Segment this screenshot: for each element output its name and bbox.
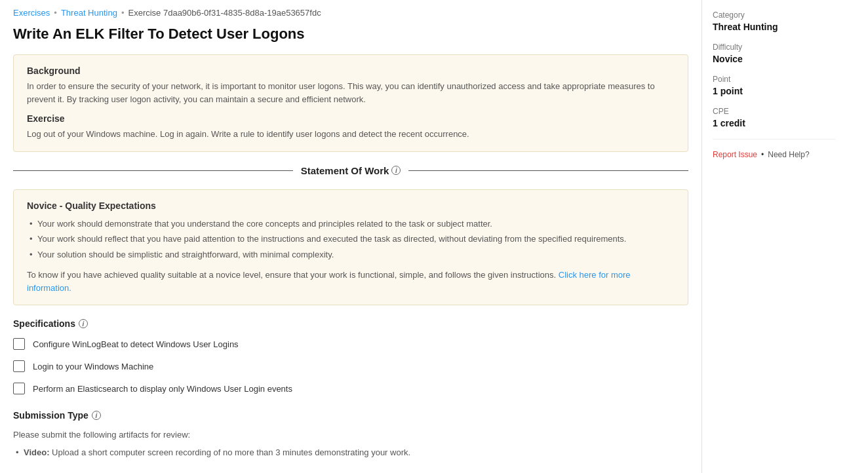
breadcrumb-sep-1: •: [54, 8, 57, 18]
sow-divider: Statement Of Work i: [13, 165, 688, 176]
submission-info-icon[interactable]: i: [92, 411, 101, 420]
page-title: Write An ELK Filter To Detect User Logon…: [13, 26, 688, 43]
quality-box: Novice - Quality Expectations Your work …: [13, 189, 688, 306]
sidebar-point-label: Point: [713, 75, 835, 84]
sidebar-point-row: Point 1 point: [713, 75, 835, 96]
submission-heading-text: Submission Type: [13, 410, 89, 421]
background-heading: Background: [27, 66, 675, 76]
sidebar-cpe-row: CPE 1 credit: [713, 107, 835, 128]
spec-label-1: Configure WinLogBeat to detect Windows U…: [33, 339, 239, 349]
spec-label-2: Login to your Windows Machine: [33, 362, 153, 371]
exercise-text: Log out of your Windows machine. Log in …: [27, 128, 675, 141]
spec-item-1: Configure WinLogBeat to detect Windows U…: [13, 338, 688, 350]
exercise-section: Exercise Log out of your Windows machine…: [27, 113, 675, 141]
submission-description: Please submit the following artifacts fo…: [13, 430, 688, 440]
sidebar-cpe-label: CPE: [713, 107, 835, 116]
specifications-section: Specifications i Configure WinLogBeat to…: [13, 318, 688, 394]
sidebar-difficulty-value: Novice: [713, 54, 835, 64]
submission-item-1-bold: Video:: [24, 447, 50, 457]
breadcrumb: Exercises • Threat Hunting • Exercise 7d…: [13, 8, 688, 18]
background-section: Background In order to ensure the securi…: [27, 66, 675, 105]
sidebar-category-label: Category: [713, 10, 835, 20]
spec-item-3: Perform an Elasticsearch to display only…: [13, 383, 688, 394]
quality-footer: To know if you have achieved quality sui…: [27, 269, 675, 294]
sidebar-category-row: Category Threat Hunting: [713, 10, 835, 32]
spec-checkbox-3[interactable]: [13, 383, 25, 394]
report-issue-link[interactable]: Report Issue: [713, 150, 757, 159]
spec-label-3: Perform an Elasticsearch to display only…: [33, 384, 292, 394]
exercise-heading: Exercise: [27, 113, 675, 124]
submission-section: Submission Type i Please submit the foll…: [13, 410, 688, 459]
need-help-link[interactable]: Need Help?: [768, 150, 809, 159]
sidebar-divider: [713, 139, 835, 140]
submission-item-1-text: Upload a short computer screen recording…: [50, 447, 411, 457]
sow-info-icon[interactable]: i: [391, 166, 401, 175]
breadcrumb-sep-2: •: [121, 8, 125, 18]
specifications-heading: Specifications i: [13, 318, 688, 329]
sidebar-point-value: 1 point: [713, 86, 835, 96]
submission-heading: Submission Type i: [13, 410, 688, 421]
sidebar-footer: Report Issue • Need Help?: [713, 150, 835, 159]
specifications-info-icon[interactable]: i: [79, 319, 88, 328]
breadcrumb-exercise-id: Exercise 7daa90b6-0f31-4835-8d8a-19ae536…: [128, 8, 321, 18]
background-text: In order to ensure the security of your …: [27, 80, 675, 105]
quality-footer-text: To know if you have achieved quality sui…: [27, 270, 556, 280]
main-content: Exercises • Threat Hunting • Exercise 7d…: [0, 0, 701, 473]
sow-line-left: [13, 170, 293, 171]
quality-item-1: Your work should demonstrate that you un…: [27, 218, 675, 231]
sidebar-difficulty-row: Difficulty Novice: [713, 43, 835, 64]
spec-checkbox-1[interactable]: [13, 338, 25, 350]
sidebar-cpe-value: 1 credit: [713, 118, 835, 128]
sidebar-difficulty-label: Difficulty: [713, 43, 835, 52]
quality-heading: Novice - Quality Expectations: [27, 200, 675, 211]
breadcrumb-threat-hunting[interactable]: Threat Hunting: [61, 8, 117, 18]
quality-item-3: Your solution should be simplistic and s…: [27, 248, 675, 261]
sow-line-right: [408, 170, 688, 171]
spec-item-2: Login to your Windows Machine: [13, 360, 688, 372]
background-box: Background In order to ensure the securi…: [13, 54, 688, 152]
sidebar: Category Threat Hunting Difficulty Novic…: [701, 0, 846, 473]
submission-item-1: Video: Upload a short computer screen re…: [13, 446, 688, 459]
sow-label: Statement Of Work i: [301, 165, 401, 176]
specifications-heading-text: Specifications: [13, 318, 75, 329]
breadcrumb-exercises[interactable]: Exercises: [13, 8, 50, 18]
spec-checkbox-2[interactable]: [13, 360, 25, 372]
sidebar-footer-sep: •: [761, 150, 764, 159]
quality-list: Your work should demonstrate that you un…: [27, 218, 675, 261]
sidebar-category-value: Threat Hunting: [713, 22, 835, 32]
sow-label-text: Statement Of Work: [301, 165, 389, 176]
submission-list: Video: Upload a short computer screen re…: [13, 446, 688, 459]
quality-item-2: Your work should reflect that you have p…: [27, 233, 675, 246]
